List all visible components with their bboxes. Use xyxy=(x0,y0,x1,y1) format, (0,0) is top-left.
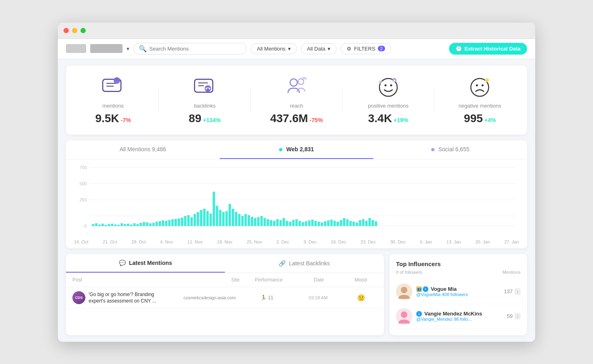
svg-rect-114 xyxy=(346,219,349,226)
svg-rect-111 xyxy=(337,222,339,226)
influencer-name: Vangie Mendez McKins xyxy=(424,311,482,317)
header-site: Site xyxy=(173,277,244,283)
search-input[interactable] xyxy=(149,46,241,52)
all-mentions-dropdown[interactable]: All Mentions ▾ xyxy=(251,43,297,54)
svg-rect-62 xyxy=(181,218,183,226)
svg-rect-37 xyxy=(102,224,104,226)
all-mentions-tab-label: All Mentions 9,486 xyxy=(119,146,166,152)
nav-dropdown[interactable]: ▾ xyxy=(127,46,129,52)
svg-rect-118 xyxy=(359,220,361,226)
svg-point-12 xyxy=(298,79,304,85)
svg-rect-52 xyxy=(149,223,152,226)
tab-latest-mentions[interactable]: 💬 Latest Mentions xyxy=(66,254,225,273)
search-icon: 🔍 xyxy=(139,45,147,53)
negative-label: negative mentions xyxy=(459,103,502,109)
tab-social[interactable]: Social 6,655 xyxy=(373,140,527,159)
influencer-badge: ↑ xyxy=(515,288,521,295)
reach-change: -75% xyxy=(309,117,323,123)
svg-rect-65 xyxy=(191,217,193,226)
svg-point-14 xyxy=(384,85,386,87)
svg-text:★: ★ xyxy=(393,78,396,83)
svg-rect-105 xyxy=(318,222,320,226)
svg-rect-63 xyxy=(184,216,186,226)
svg-rect-90 xyxy=(270,220,272,226)
svg-rect-43 xyxy=(121,223,123,226)
svg-rect-113 xyxy=(343,218,345,226)
x-label: 25. Nov xyxy=(247,239,262,244)
svg-rect-57 xyxy=(165,221,167,226)
backlinks-change: +134% xyxy=(203,117,221,123)
divider-1 xyxy=(159,88,159,112)
svg-rect-51 xyxy=(146,222,148,226)
svg-rect-89 xyxy=(267,219,269,226)
svg-rect-120 xyxy=(365,221,368,226)
reach-label: reach xyxy=(290,103,303,109)
svg-rect-75 xyxy=(222,212,224,226)
svg-rect-86 xyxy=(257,217,260,226)
positive-value: 3.4K xyxy=(368,112,392,125)
search-box[interactable]: 🔍 xyxy=(133,43,247,55)
all-mentions-label: All Mentions xyxy=(257,46,286,52)
all-data-label: All Data xyxy=(307,46,326,52)
svg-rect-78 xyxy=(232,209,234,226)
stat-mentions: ... mentions 9.5K -7% xyxy=(80,75,145,125)
svg-rect-82 xyxy=(244,214,247,226)
svg-rect-39 xyxy=(108,224,110,226)
svg-point-9 xyxy=(205,88,207,89)
nav-placeholder-1 xyxy=(66,44,86,53)
maximize-button[interactable] xyxy=(80,28,86,33)
tab-all-mentions[interactable]: All Mentions 9,486 xyxy=(66,140,220,159)
backlinks-label: backlinks xyxy=(194,103,215,109)
svg-rect-67 xyxy=(197,212,199,226)
filters-button[interactable]: ⚙ FILTERS 2 xyxy=(341,43,391,54)
x-label: 30. Dec xyxy=(390,239,406,244)
backlinks-tab-icon: 🔗 xyxy=(279,260,286,267)
chart-tabs: All Mentions 9,486 Web 2,831 Social 6,65… xyxy=(66,140,527,159)
svg-text:500: 500 xyxy=(79,181,87,186)
svg-rect-44 xyxy=(124,224,126,226)
svg-rect-74 xyxy=(219,210,221,226)
latest-backlinks-label: Latest Backlinks xyxy=(289,260,330,267)
chart-card: All Mentions 9,486 Web 2,831 Social 6,65… xyxy=(66,140,527,248)
header-date: Date xyxy=(294,277,344,283)
minimize-button[interactable] xyxy=(72,28,77,33)
x-label: 27. Jan xyxy=(504,239,519,244)
extract-btn-label: Extract Historical Data xyxy=(464,46,521,52)
toolbar: ▾ 🔍 All Mentions ▾ All Data ▾ ⚙ FILTERS … xyxy=(58,39,535,59)
extract-historical-button[interactable]: 🕐 Extract Historical Data xyxy=(449,43,527,55)
svg-rect-53 xyxy=(152,223,155,226)
svg-rect-77 xyxy=(229,204,231,226)
svg-rect-61 xyxy=(178,218,180,226)
svg-point-15 xyxy=(390,85,392,87)
tab-web[interactable]: Web 2,831 xyxy=(220,140,373,159)
svg-rect-87 xyxy=(260,216,263,226)
influencer-count: 137 ↑ xyxy=(504,288,521,295)
svg-rect-98 xyxy=(295,219,298,226)
chevron-down-icon: ▾ xyxy=(288,46,291,52)
svg-rect-108 xyxy=(327,220,330,226)
divider-3 xyxy=(342,88,343,112)
x-label: 4. Nov xyxy=(160,239,173,244)
nav-placeholder-2 xyxy=(90,44,123,53)
svg-rect-85 xyxy=(254,218,256,226)
all-data-dropdown[interactable]: All Data ▾ xyxy=(301,43,337,54)
svg-rect-46 xyxy=(130,224,132,226)
svg-rect-96 xyxy=(289,222,291,226)
svg-text:250: 250 xyxy=(79,197,87,202)
svg-rect-101 xyxy=(305,221,307,226)
stat-backlinks: backlinks 89 +134% xyxy=(172,75,237,125)
app-window: ▾ 🔍 All Mentions ▾ All Data ▾ ⚙ FILTERS … xyxy=(58,23,535,342)
tab-latest-backlinks[interactable]: 🔗 Latest Backlinks xyxy=(225,254,384,273)
svg-rect-106 xyxy=(321,222,323,226)
header-mood: Mood xyxy=(344,277,377,283)
bottom-section: 💬 Latest Mentions 🔗 Latest Backlinks Pos… xyxy=(66,254,527,335)
svg-rect-41 xyxy=(114,224,116,226)
svg-text:...: ... xyxy=(115,78,119,83)
svg-rect-81 xyxy=(241,216,244,226)
x-label: 18. Nov xyxy=(217,239,233,244)
close-button[interactable] xyxy=(64,28,69,33)
x-label: 14. Oct xyxy=(74,239,88,244)
svg-rect-71 xyxy=(210,214,212,226)
x-label: 11. Nov xyxy=(187,239,203,244)
svg-rect-95 xyxy=(286,221,288,226)
